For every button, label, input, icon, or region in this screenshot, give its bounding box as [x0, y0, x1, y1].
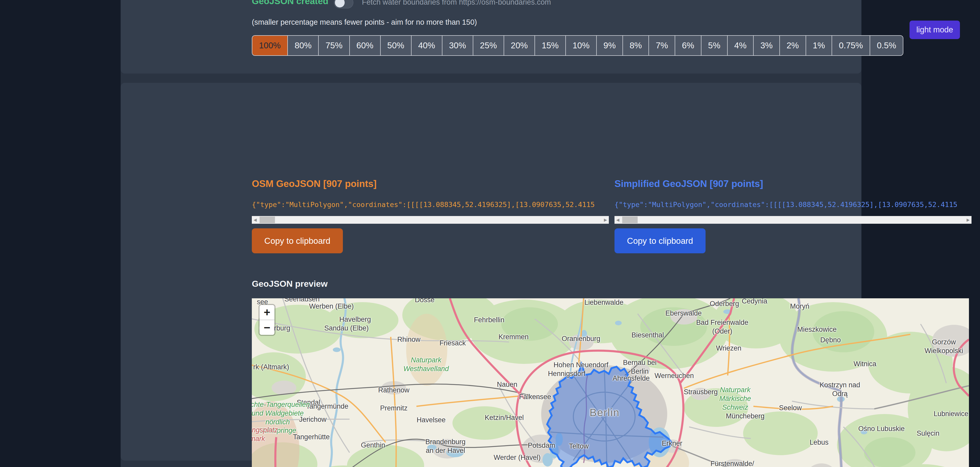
- map-label: Eberswalde: [665, 309, 702, 318]
- percent-button-20[interactable]: 20%: [504, 36, 535, 55]
- map-label: Hohen Neuendorf: [554, 361, 608, 370]
- map-labels: seeSeehausenDosseWerben (Elbe)Liebenwald…: [252, 298, 969, 467]
- map-label: Erkner: [662, 440, 682, 448]
- map-label: Wriezen: [716, 344, 741, 353]
- percent-button-30[interactable]: 30%: [442, 36, 473, 55]
- map-label: Liebenwalde: [584, 298, 624, 307]
- settings-panel: GeoJSON created Fetch water boundaries f…: [121, 0, 861, 73]
- percent-button-75[interactable]: 75%: [319, 36, 350, 55]
- percent-button-2[interactable]: 2%: [780, 36, 806, 55]
- scroll-right-icon[interactable]: ►: [965, 216, 972, 224]
- map-label: Werben (Elbe): [309, 302, 354, 311]
- osm-code-scrollbar[interactable]: ◄ ►: [252, 216, 609, 224]
- zoom-out-button[interactable]: −: [259, 320, 274, 335]
- percent-button-4[interactable]: 4%: [728, 36, 754, 55]
- percent-button-8[interactable]: 8%: [623, 36, 649, 55]
- copy-simplified-button[interactable]: Copy to clipboard: [614, 228, 706, 253]
- percent-button-1[interactable]: 1%: [806, 36, 832, 55]
- percent-button-0.75[interactable]: 0.75%: [832, 36, 870, 55]
- map-label: Genthin: [361, 441, 385, 450]
- percent-button-40[interactable]: 40%: [412, 36, 442, 55]
- zoom-in-button[interactable]: +: [259, 305, 274, 320]
- map-label: penübungsplatz Altmark: [252, 426, 278, 443]
- osm-geojson-code: {"type":"MultiPolygon","coordinates":[[[…: [252, 200, 609, 208]
- map-zoom-control: + −: [259, 305, 274, 335]
- map-label: Kostrzyn nad Odrą: [819, 381, 860, 398]
- map-label: Premnitz: [380, 404, 408, 413]
- map-label: Berlin: [590, 406, 620, 419]
- map-label: Ketzin/Havel: [485, 413, 524, 422]
- percent-button-3[interactable]: 3%: [754, 36, 780, 55]
- percent-button-60[interactable]: 60%: [350, 36, 381, 55]
- map-label: Moryń: [790, 302, 810, 311]
- water-boundaries-label: Fetch water boundaries from https://osm-…: [362, 0, 551, 6]
- percent-button-5[interactable]: 5%: [702, 36, 728, 55]
- percent-button-10[interactable]: 10%: [566, 36, 597, 55]
- scroll-left-icon[interactable]: ◄: [252, 216, 258, 224]
- scroll-left-icon[interactable]: ◄: [614, 216, 621, 224]
- map-label: Cedynia: [742, 298, 767, 306]
- simplified-code-scrollbar[interactable]: ◄ ►: [614, 216, 972, 224]
- simplified-geojson-code: {"type":"MultiPolygon","coordinates":[[[…: [614, 200, 972, 208]
- map-label: Werder (Havel): [493, 453, 541, 462]
- simplified-geojson-title: Simplified GeoJSON [907 points]: [614, 178, 763, 189]
- percent-button-15[interactable]: 15%: [535, 36, 566, 55]
- map-label: rk (Altmark): [253, 363, 289, 372]
- map-label: Nauen: [497, 380, 517, 389]
- map-label: Rathenow: [378, 386, 409, 395]
- map-label: Tangerhütte: [293, 433, 330, 442]
- map-label: Müncheberg: [726, 412, 764, 421]
- map-label: Friesack: [439, 339, 466, 348]
- map-label: Ahrensfelde: [613, 374, 650, 383]
- map-label: Seelow: [779, 404, 802, 413]
- map-label: Witnica: [853, 360, 877, 369]
- map-label: Sulęcin: [917, 429, 940, 438]
- map-label: Oderberg: [710, 300, 739, 308]
- scroll-right-icon[interactable]: ►: [602, 216, 609, 224]
- map-label: Bernau bei Berlin: [623, 359, 657, 376]
- map-label: Bad Freienwalde (Oder): [696, 318, 748, 336]
- map-label: Kremmen: [498, 333, 528, 342]
- copy-osm-button[interactable]: Copy to clipboard: [252, 228, 343, 253]
- toggle-knob: [335, 0, 345, 8]
- water-boundaries-toggle[interactable]: [334, 0, 353, 8]
- map-label: Naturpark Märkische Schweiz: [719, 386, 751, 412]
- scrollbar-thumb[interactable]: [622, 216, 638, 223]
- geojson-card: OSM GeoJSON [907 points] Simplified GeoJ…: [121, 83, 861, 461]
- map-label: Sandau (Elbe): [325, 324, 369, 333]
- map-label: Brandenburg an der Havel: [425, 438, 466, 456]
- percent-button-9[interactable]: 9%: [597, 36, 623, 55]
- map-label: Teltow: [569, 442, 589, 451]
- map-label: Ośno Lubuskie: [858, 424, 905, 433]
- map-label: Havelsee: [417, 416, 446, 424]
- percent-button-6[interactable]: 6%: [675, 36, 702, 55]
- percent-button-80[interactable]: 80%: [288, 36, 319, 55]
- percent-button-0.5[interactable]: 0.5%: [870, 36, 903, 55]
- map-label: Lubniewice: [934, 410, 969, 418]
- percent-button-7[interactable]: 7%: [649, 36, 675, 55]
- status-text: GeoJSON created: [252, 0, 328, 6]
- map-label: Biesenthal: [632, 331, 664, 340]
- preview-title: GeoJSON preview: [252, 279, 328, 289]
- map-label: Dosse: [415, 298, 435, 305]
- map-label: Mieszkowice: [797, 325, 837, 334]
- map-label: Fehrbellin: [474, 316, 505, 324]
- osm-geojson-title: OSM GeoJSON [907 points]: [252, 178, 377, 189]
- map-label: Hennigsdorf: [548, 370, 585, 378]
- map-label: Strausberg: [684, 388, 718, 397]
- app-page: GeoJSON created Fetch water boundaries f…: [0, 0, 980, 467]
- map-label: Fürstenwalde/ Spree: [710, 459, 754, 467]
- map-label: Gorzów Wielkopolski: [924, 338, 963, 356]
- percent-button-100[interactable]: 100%: [252, 36, 288, 55]
- map-label: Havelberg: [339, 315, 371, 324]
- map-label: Dębno: [820, 336, 841, 345]
- geojson-preview-map[interactable]: seeSeehausenDosseWerben (Elbe)Liebenwald…: [252, 298, 969, 467]
- map-label: Naturpark Westhavelland: [403, 356, 449, 373]
- light-mode-button[interactable]: light mode: [910, 21, 960, 39]
- percent-button-25[interactable]: 25%: [473, 36, 504, 55]
- percentage-button-group: 100%80%75%60%50%40%30%25%20%15%10%9%8%7%…: [252, 35, 904, 56]
- map-label: Oranienburg: [562, 335, 600, 343]
- percent-button-50[interactable]: 50%: [381, 36, 412, 55]
- scrollbar-thumb[interactable]: [259, 216, 275, 223]
- map-label: Tangermünde: [306, 402, 348, 411]
